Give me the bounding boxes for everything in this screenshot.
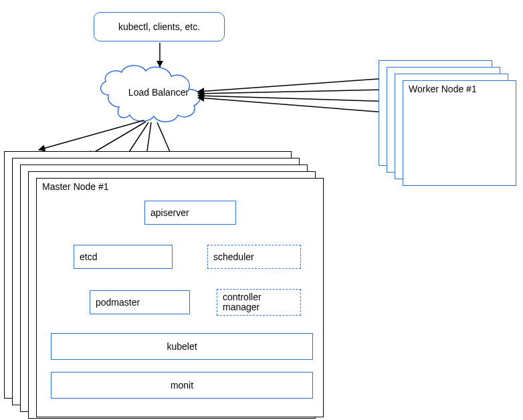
clients-label: kubectl, clients, etc. [118, 21, 200, 32]
monit-box: monit [51, 372, 313, 399]
podmaster-box: podmaster [90, 290, 190, 314]
podmaster-label: podmaster [90, 297, 140, 308]
kubelet-label: kubelet [167, 341, 197, 352]
arrow-lb-to-master-1 [39, 120, 144, 150]
arrow-worker-to-lb-3 [198, 96, 395, 102]
monit-label: monit [171, 380, 193, 391]
master-node-title: Master Node #1 [42, 181, 109, 192]
clients-box: kubectl, clients, etc. [94, 12, 225, 41]
controller-manager-box: controller manager [217, 289, 301, 316]
load-balancer-label: Load Balancer [128, 87, 189, 98]
controller-manager-label-1: controller [223, 292, 262, 302]
arrow-worker-to-lb-2 [198, 90, 387, 94]
arrow-worker-to-lb-4 [198, 98, 403, 114]
etcd-box: etcd [74, 245, 173, 269]
kubelet-box: kubelet [51, 333, 313, 360]
scheduler-label: scheduler [208, 251, 254, 262]
controller-manager-label-2: manager [223, 302, 262, 312]
etcd-label: etcd [74, 251, 97, 262]
worker-node-title: Worker Node #1 [409, 84, 477, 94]
scheduler-box: scheduler [207, 245, 301, 269]
apiserver-box: apiserver [144, 201, 236, 225]
apiserver-label: apiserver [145, 207, 189, 218]
load-balancer-label-wrap: Load Balancer [119, 87, 198, 100]
arrow-worker-to-lb-1 [198, 79, 379, 92]
worker-node-box: Worker Node #1 [403, 80, 516, 186]
